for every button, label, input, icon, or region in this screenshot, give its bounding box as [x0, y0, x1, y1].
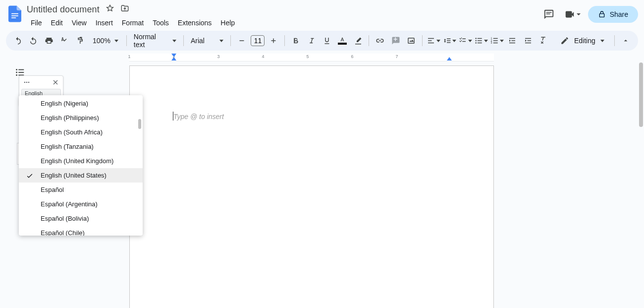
language-label: English (United Kingdom) — [41, 157, 113, 165]
check-icon — [26, 172, 34, 180]
meet-button[interactable] — [564, 9, 581, 20]
text-color-button[interactable] — [336, 34, 349, 48]
editing-mode-select[interactable]: Editing — [554, 36, 610, 45]
move-icon[interactable] — [120, 4, 129, 15]
svg-rect-1 — [11, 15, 18, 16]
insert-link-button[interactable] — [373, 34, 386, 48]
language-option[interactable]: Español (Chile) — [19, 226, 143, 236]
language-option[interactable]: English (Philippines) — [19, 111, 143, 125]
italic-button[interactable] — [305, 34, 318, 48]
zoom-select[interactable]: 100% — [89, 37, 122, 45]
bold-button[interactable] — [289, 34, 302, 48]
menu-view[interactable]: View — [68, 17, 91, 29]
doc-title[interactable]: Untitled document — [27, 4, 100, 15]
header: Untitled document File Edit View Insert … — [0, 0, 644, 29]
pencil-icon — [560, 36, 569, 45]
svg-rect-3 — [546, 12, 551, 12]
svg-point-36 — [26, 82, 27, 83]
clear-formatting-button[interactable] — [537, 34, 550, 48]
language-option[interactable]: Español (Argentina) — [19, 197, 143, 211]
scrollbar-thumb[interactable] — [639, 62, 643, 127]
paragraph-style-select[interactable]: Normal text — [131, 33, 179, 49]
voice-close-icon[interactable] — [51, 77, 60, 87]
font-size-decrease[interactable] — [235, 34, 249, 48]
decrease-indent-button[interactable] — [506, 34, 519, 48]
comments-icon[interactable] — [540, 6, 557, 23]
collapse-toolbar-button[interactable] — [619, 33, 633, 48]
dropdown-scrollbar[interactable] — [138, 119, 141, 129]
language-label: English (Philippines) — [41, 114, 99, 122]
svg-rect-9 — [428, 40, 432, 41]
language-option[interactable]: English (Nigeria) — [19, 96, 143, 111]
font-size-input[interactable] — [251, 35, 265, 46]
share-button[interactable]: Share — [588, 6, 638, 23]
spellcheck-button[interactable] — [57, 34, 71, 48]
language-option[interactable]: English (United States) — [19, 168, 143, 183]
svg-rect-20 — [493, 38, 497, 39]
menu-tools[interactable]: Tools — [149, 17, 173, 29]
svg-rect-26 — [525, 38, 531, 39]
menu-file[interactable]: File — [27, 17, 46, 29]
svg-rect-24 — [512, 40, 516, 41]
svg-rect-16 — [477, 43, 482, 44]
voice-more-icon[interactable] — [22, 77, 32, 87]
language-option[interactable]: English (United Kingdom) — [19, 154, 143, 168]
font-size-increase[interactable] — [267, 34, 280, 48]
print-button[interactable] — [42, 34, 55, 48]
svg-rect-21 — [493, 40, 497, 41]
language-label: English (South Africa) — [41, 128, 103, 136]
first-line-indent[interactable] — [171, 54, 176, 57]
page[interactable]: Type @ to insert — [129, 65, 494, 308]
svg-rect-8 — [428, 38, 434, 39]
underline-button[interactable] — [320, 34, 333, 48]
svg-rect-22 — [493, 43, 497, 44]
undo-button[interactable] — [11, 34, 24, 48]
menu-help[interactable]: Help — [216, 17, 239, 29]
line-spacing-button[interactable] — [442, 34, 456, 48]
highlight-button[interactable] — [351, 34, 365, 48]
svg-rect-25 — [509, 43, 515, 44]
language-option[interactable]: Español (Bolivia) — [19, 211, 143, 226]
style ▾: Normal text — [134, 33, 168, 49]
language-label: Español (Bolivia) — [41, 215, 89, 222]
star-icon[interactable] — [106, 4, 114, 15]
redo-button[interactable] — [26, 34, 40, 48]
svg-text:3: 3 — [490, 41, 492, 44]
language-label: English (United States) — [41, 172, 107, 179]
language-label: Español — [41, 186, 64, 193]
svg-rect-14 — [477, 38, 482, 39]
menu-insert[interactable]: Insert — [92, 17, 117, 29]
menu-edit[interactable]: Edit — [47, 17, 67, 29]
mode-label: Editing — [574, 37, 595, 45]
svg-rect-2 — [11, 17, 16, 18]
share-label: Share — [610, 10, 628, 18]
lock-icon — [598, 10, 606, 18]
svg-point-35 — [24, 82, 25, 83]
language-label: English (Nigeria) — [41, 100, 88, 107]
numbered-list-button[interactable]: 123 — [490, 34, 504, 48]
placeholder-text: Type @ to insert — [173, 113, 224, 121]
language-dropdown[interactable]: English (Nigeria)English (Philippines)En… — [19, 95, 143, 236]
language-label: Español (Chile) — [41, 229, 85, 236]
paint-format-button[interactable] — [73, 34, 87, 48]
svg-point-13 — [475, 42, 476, 43]
svg-rect-10 — [428, 43, 434, 44]
language-option[interactable]: English (Tanzania) — [19, 139, 143, 154]
menu-bar: File Edit View Insert Format Tools Exten… — [27, 17, 540, 29]
align-button[interactable] — [427, 34, 440, 48]
docs-logo[interactable] — [6, 5, 24, 23]
language-option[interactable]: English (South Africa) — [19, 125, 143, 139]
zoom-value: 100% — [93, 37, 110, 45]
font-select[interactable]: Arial — [188, 37, 227, 45]
menu-format[interactable]: Format — [118, 17, 148, 29]
add-comment-button[interactable] — [389, 34, 402, 48]
insert-image-button[interactable] — [404, 34, 418, 48]
bulleted-list-button[interactable] — [474, 34, 488, 48]
language-option[interactable]: Español — [19, 183, 143, 197]
svg-rect-15 — [477, 40, 482, 41]
increase-indent-button[interactable] — [521, 34, 535, 48]
menu-extensions[interactable]: Extensions — [174, 17, 215, 29]
svg-rect-27 — [527, 40, 531, 41]
checklist-button[interactable] — [458, 34, 472, 48]
font-name: Arial — [191, 37, 205, 45]
